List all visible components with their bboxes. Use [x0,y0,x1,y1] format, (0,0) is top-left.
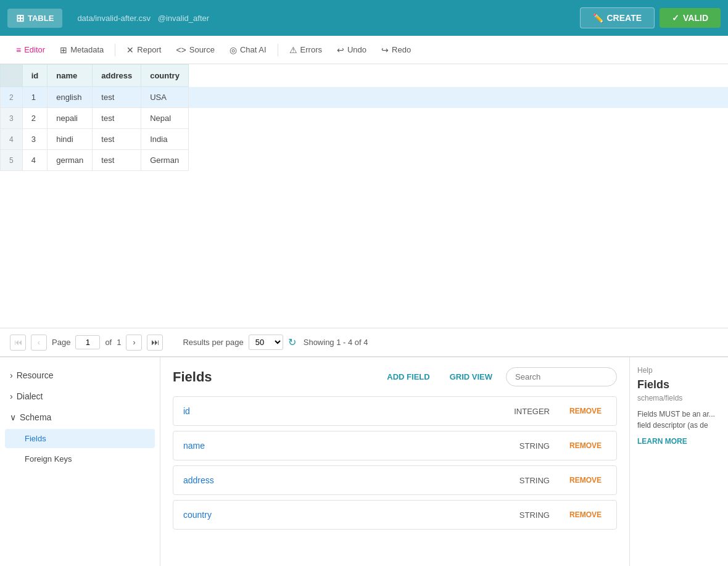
learn-more-button[interactable]: LEARN MORE [637,437,687,446]
field-type: INTEGER [514,407,550,416]
schema-label: Schema [20,412,51,422]
report-tab[interactable]: ✕ Report [120,41,167,59]
grid-view-button[interactable]: GRID VIEW [444,368,498,385]
field-name[interactable]: address [183,475,515,485]
results-per-page-label: Results per page [183,338,243,347]
remove-field-button[interactable]: REMOVE [565,404,606,418]
cell-address[interactable]: test [93,87,141,108]
editor-tab[interactable]: ≡ Editor [10,41,51,59]
help-subtitle: schema/fields [637,394,721,402]
data-table: id name address country 2 1 english test… [0,64,728,171]
add-field-button[interactable]: ADD FIELD [381,368,436,385]
table-header-row: id name address country [1,65,728,87]
undo-icon: ↩ [337,45,344,55]
undo-button[interactable]: ↩ Undo [331,41,373,59]
field-row: country STRING REMOVE [173,500,617,530]
bottom-section: › Resource › Dialect ∨ Schema Fields For… [0,356,728,566]
check-icon: ✓ [672,13,679,23]
cell-country[interactable]: German [141,150,189,171]
chevron-right-icon: › [10,370,13,380]
valid-button[interactable]: ✓ VALID [660,8,721,28]
cell-name[interactable]: nepali [48,108,93,129]
last-page-button[interactable]: ⏭ [147,335,163,351]
prev-page-button[interactable]: ‹ [31,335,47,351]
sidebar-item-schema[interactable]: ∨ Schema [0,407,160,428]
cell-country[interactable]: Nepal [141,108,189,129]
cell-id[interactable]: 1 [22,87,48,108]
field-name[interactable]: id [183,406,509,416]
table-button[interactable]: ⊞ TABLE [7,9,62,28]
cell-id[interactable]: 2 [22,108,48,129]
dialect-label: Dialect [17,391,43,401]
sidebar-item-resource[interactable]: › Resource [0,365,160,386]
remove-field-button[interactable]: REMOVE [565,473,606,487]
cell-id[interactable]: 3 [22,129,48,150]
row-num-cell: 2 [1,87,23,108]
field-name[interactable]: name [183,441,515,451]
remove-field-button[interactable]: REMOVE [565,439,606,452]
field-type: STRING [519,441,550,451]
field-name[interactable]: country [183,510,515,520]
sidebar-item-fields[interactable]: Fields [5,429,155,448]
cell-address[interactable]: test [93,108,141,129]
field-row: address STRING REMOVE [173,465,617,495]
col-header-address: address [93,65,141,87]
table-row[interactable]: 2 1 english test USA [1,87,728,108]
total-pages: 1 [117,338,121,347]
table-row[interactable]: 4 3 hindi test India [1,129,728,150]
cell-country[interactable]: USA [141,87,189,108]
field-row: id INTEGER REMOVE [173,396,617,426]
cell-address[interactable]: test [93,150,141,171]
page-input[interactable] [75,335,100,349]
row-num-cell: 4 [1,129,23,150]
search-input[interactable] [506,367,617,386]
col-header-extra [188,65,727,87]
cell-name[interactable]: hindi [48,129,93,150]
table-row[interactable]: 3 2 nepali test Nepal [1,108,728,129]
fields-label: Fields [25,434,46,443]
per-page-select[interactable]: 50 100 200 [249,335,283,350]
row-num-cell: 3 [1,108,23,129]
help-title: Fields [637,378,721,391]
fields-title: Fields [173,369,373,385]
source-icon: <> [176,45,186,55]
first-page-button[interactable]: ⏮ [10,335,26,351]
source-tab[interactable]: <> Source [170,41,221,59]
showing-text: Showing 1 - 4 of 4 [304,338,368,347]
sidebar-item-foreign-keys[interactable]: Foreign Keys [0,449,160,468]
cell-address[interactable]: test [93,129,141,150]
metadata-tab[interactable]: ⊞ Metadata [54,41,110,59]
page-label: Page [52,338,70,347]
metadata-icon: ⊞ [60,45,67,55]
redo-button[interactable]: ↪ Redo [375,41,417,59]
toolbar-separator-1 [115,44,115,56]
sidebar-item-dialect[interactable]: › Dialect [0,386,160,407]
create-button[interactable]: ✏️ CREATE [580,7,655,28]
report-icon: ✕ [126,45,134,55]
table-label: TABLE [28,14,54,23]
errors-icon: ⚠ [289,45,297,55]
topbar: ⊞ TABLE data/invalid-after.csv @invalid_… [0,0,728,36]
field-row: name STRING REMOVE [173,431,617,460]
redo-icon: ↪ [381,45,389,55]
errors-tab[interactable]: ⚠ Errors [283,41,328,59]
help-label: Help [637,366,721,375]
cell-name[interactable]: german [48,150,93,171]
cell-name[interactable]: english [48,87,93,108]
cell-country[interactable]: India [141,129,189,150]
resource-label: Resource [17,370,54,380]
fields-list: id INTEGER REMOVE name STRING REMOVE add… [173,396,617,530]
main-area: id name address country 2 1 english test… [0,64,728,566]
refresh-button[interactable]: ↻ [288,336,296,348]
col-header-id: id [22,65,48,87]
table-icon: ⊞ [16,12,24,24]
chatai-tab[interactable]: ◎ Chat AI [223,41,273,59]
table-row[interactable]: 5 4 german test German [1,150,728,171]
table-body: 2 1 english test USA 3 2 nepali test Nep… [1,87,728,171]
next-page-button[interactable]: › [126,335,142,351]
cell-id[interactable]: 4 [22,150,48,171]
chevron-right-icon-dialect: › [10,391,13,401]
chevron-down-icon-schema: ∨ [10,412,16,422]
remove-field-button[interactable]: REMOVE [565,508,606,522]
editor-icon: ≡ [16,45,21,55]
